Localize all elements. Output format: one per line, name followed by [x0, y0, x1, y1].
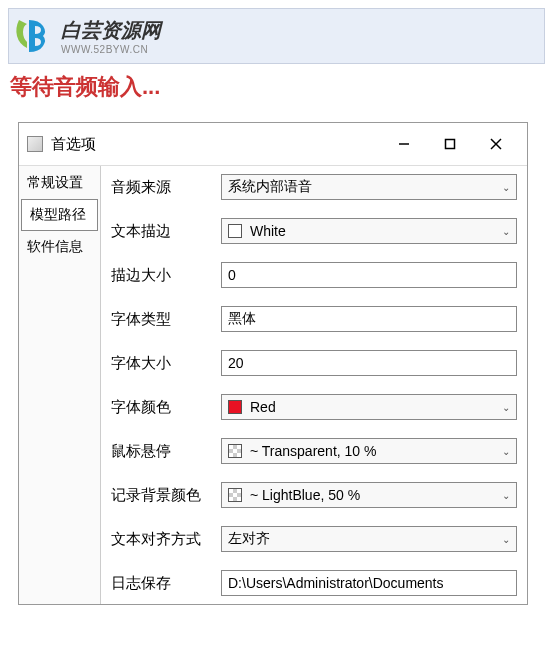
minimize-button[interactable]: [381, 129, 427, 159]
logo-title: 白芸资源网: [61, 17, 161, 44]
row-log-path: 日志保存: [111, 570, 517, 596]
font-color-select[interactable]: Red ⌄: [221, 394, 517, 420]
row-font-size: 字体大小: [111, 350, 517, 376]
label-text-align: 文本对齐方式: [111, 530, 221, 549]
label-font-type: 字体类型: [111, 310, 221, 329]
logo-url: WWW.52BYW.CN: [61, 44, 161, 55]
chevron-down-icon: ⌄: [502, 402, 510, 413]
content: 音频来源 系统内部语音 ⌄ 文本描边 White ⌄: [101, 166, 527, 604]
chevron-down-icon: ⌄: [502, 182, 510, 193]
row-hover: 鼠标悬停 ~ Transparent, 10 % ⌄: [111, 438, 517, 464]
font-color-value: Red: [250, 399, 502, 415]
hover-value: ~ Transparent, 10 %: [250, 443, 502, 459]
tab-about[interactable]: 软件信息: [19, 232, 100, 262]
window-body: 常规设置 模型路径 软件信息 音频来源 系统内部语音 ⌄ 文本描边: [19, 166, 527, 604]
tab-model-path[interactable]: 模型路径: [21, 199, 98, 231]
bg-color-select[interactable]: ~ LightBlue, 50 % ⌄: [221, 482, 517, 508]
audio-source-value: 系统内部语音: [228, 178, 502, 196]
log-path-input[interactable]: [221, 570, 517, 596]
chevron-down-icon: ⌄: [502, 490, 510, 501]
status-text: 等待音频输入...: [10, 72, 543, 102]
titlebar: 首选项: [19, 123, 527, 166]
close-button[interactable]: [473, 129, 519, 159]
row-font-color: 字体颜色 Red ⌄: [111, 394, 517, 420]
app-icon: [27, 136, 43, 152]
maximize-button[interactable]: [427, 129, 473, 159]
window-controls: [381, 129, 519, 159]
label-log-path: 日志保存: [111, 574, 221, 593]
font-size-input[interactable]: [221, 350, 517, 376]
label-bg-color: 记录背景颜色: [111, 486, 221, 505]
svg-rect-1: [446, 140, 455, 149]
sidebar: 常规设置 模型路径 软件信息: [19, 166, 101, 604]
row-bg-color: 记录背景颜色 ~ LightBlue, 50 % ⌄: [111, 482, 517, 508]
chevron-down-icon: ⌄: [502, 226, 510, 237]
text-align-select[interactable]: 左对齐 ⌄: [221, 526, 517, 552]
label-stroke-size: 描边大小: [111, 266, 221, 285]
logo: 白芸资源网 WWW.52BYW.CN: [13, 14, 161, 58]
row-text-stroke: 文本描边 White ⌄: [111, 218, 517, 244]
hover-select[interactable]: ~ Transparent, 10 % ⌄: [221, 438, 517, 464]
chevron-down-icon: ⌄: [502, 534, 510, 545]
label-font-size: 字体大小: [111, 354, 221, 373]
window-title: 首选项: [51, 135, 381, 154]
bg-color-value: ~ LightBlue, 50 %: [250, 487, 502, 503]
color-swatch-icon: [228, 400, 242, 414]
logo-icon: [13, 14, 57, 58]
stroke-size-input[interactable]: [221, 262, 517, 288]
label-hover: 鼠标悬停: [111, 442, 221, 461]
audio-source-select[interactable]: 系统内部语音 ⌄: [221, 174, 517, 200]
text-stroke-select[interactable]: White ⌄: [221, 218, 517, 244]
row-text-align: 文本对齐方式 左对齐 ⌄: [111, 526, 517, 552]
transparent-swatch-icon: [228, 488, 242, 502]
checkbox-icon: [228, 224, 242, 238]
text-align-value: 左对齐: [228, 530, 502, 548]
text-stroke-value: White: [250, 223, 502, 239]
chevron-down-icon: ⌄: [502, 446, 510, 457]
row-audio-source: 音频来源 系统内部语音 ⌄: [111, 174, 517, 200]
logo-text: 白芸资源网 WWW.52BYW.CN: [61, 17, 161, 55]
row-stroke-size: 描边大小: [111, 262, 517, 288]
label-font-color: 字体颜色: [111, 398, 221, 417]
transparent-swatch-icon: [228, 444, 242, 458]
preferences-window: 首选项 常规设置 模型路径 软件信息 音频来源 系统内部语音 ⌄: [18, 122, 528, 605]
font-type-input[interactable]: [221, 306, 517, 332]
tab-general[interactable]: 常规设置: [19, 168, 100, 198]
label-audio-source: 音频来源: [111, 178, 221, 197]
banner: 白芸资源网 WWW.52BYW.CN: [8, 8, 545, 64]
row-font-type: 字体类型: [111, 306, 517, 332]
label-text-stroke: 文本描边: [111, 222, 221, 241]
